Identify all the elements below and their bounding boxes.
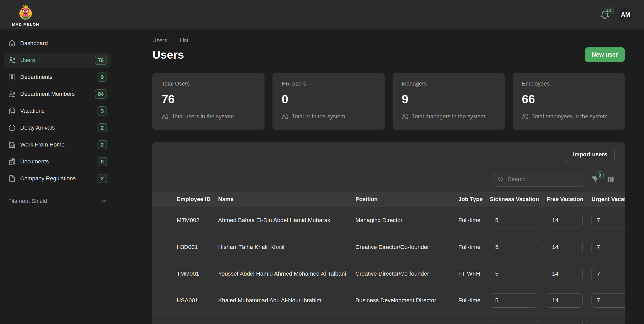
column-header-sickness-vacation: Sickness Vacation [490, 196, 547, 203]
stat-value: 0 [282, 92, 375, 106]
search-box [493, 172, 584, 187]
stat-description: Total users in the system [172, 113, 234, 120]
columns-icon [607, 175, 615, 183]
sickness-vacation-input[interactable] [490, 240, 538, 254]
row-checkbox[interactable] [161, 270, 161, 277]
table-row[interactable]: MTM002Ahmed Bahaa El-Din Abdel Hamid Mub… [152, 207, 625, 234]
sidebar-item-vacations[interactable]: Vacations3 [4, 103, 111, 118]
home-modern-icon [8, 141, 16, 149]
urgent-vacation-input[interactable] [592, 213, 625, 227]
sidebar-item-label: Work From Home [20, 141, 65, 148]
sidebar-item-label: Company Regulations [20, 175, 76, 182]
users-icon [162, 113, 168, 120]
column-header-job-type: Job Type [458, 196, 490, 203]
table-header: Employee IDNamePositionJob TypeSickness … [152, 192, 625, 207]
brand-name: MAD MELON [12, 22, 39, 26]
cell-name: Khaled Muhammad Abu Al-Nour Ibrahim [218, 297, 355, 304]
sidebar-item-label: Departments [20, 74, 52, 80]
user-avatar[interactable]: AM [619, 8, 632, 22]
urgent-vacation-input[interactable] [592, 240, 625, 254]
sickness-vacation-input[interactable] [490, 267, 538, 281]
sidebar-item-company-regulations[interactable]: Company Regulations2 [4, 171, 111, 186]
sidebar-group-label: Filament Shield [8, 198, 47, 204]
users-icon [522, 113, 529, 120]
cell-employee-id: TMG001 [177, 270, 218, 277]
stat-description: Total managers in the system [412, 113, 485, 120]
free-vacation-input[interactable] [547, 293, 583, 308]
row-checkbox[interactable] [161, 244, 161, 250]
column-header-name: Name [218, 196, 355, 203]
sidebar-item-label: Delay Arrivals [20, 124, 55, 131]
sidebar-item-label: Vacations [20, 108, 45, 114]
cell-name: Ahmed Bahaa El-Din Abdel Hamid Mubarak [218, 217, 355, 224]
mad-melon-mascot-icon [16, 3, 35, 22]
clock-icon [8, 124, 16, 132]
new-user-button[interactable]: New user [585, 47, 625, 62]
users-icon [282, 113, 289, 120]
row-checkbox[interactable] [161, 217, 161, 224]
filter-count-badge: 0 [596, 171, 604, 179]
table-row[interactable]: HSA001Khaled Muhammad Abu Al-Nour Ibrahi… [152, 287, 625, 313]
stat-label: Employees [522, 80, 616, 87]
stat-label: HR Users [282, 80, 375, 87]
sidebar-group-filament-shield[interactable]: Filament Shield [8, 198, 107, 204]
breadcrumb-users[interactable]: Users [152, 37, 167, 44]
cell-position: Creative Director/Co-founder [355, 244, 458, 250]
urgent-vacation-input[interactable] [592, 320, 625, 324]
sidebar-item-dashboard[interactable]: Dashboard [4, 36, 111, 51]
table-row[interactable]: MFN001Islam Mohammed Abdel Wahab Mohamme… [152, 313, 625, 324]
table-row[interactable]: H3D001Hisham Talha Khalil KhalilCreative… [152, 234, 625, 260]
import-users-button[interactable]: Import users [566, 147, 615, 162]
breadcrumb-list: List [180, 37, 188, 44]
sickness-vacation-input[interactable] [490, 320, 538, 324]
select-all-checkbox[interactable] [161, 196, 161, 203]
column-header-urgent-vacation: Urgent Vacation [592, 196, 625, 203]
table-row[interactable]: TMG001Youssef Abdel Hamid Ahmed Mohamed … [152, 260, 625, 287]
sidebar-item-label: Documents [20, 158, 49, 165]
users-icon [402, 113, 409, 120]
sickness-vacation-input[interactable] [490, 293, 538, 308]
cell-job-type: FT-WFH [458, 270, 490, 277]
stat-card-hr-users: HR Users0Total hr in the system [272, 73, 385, 130]
stat-label: Managers [402, 80, 495, 87]
urgent-vacation-input[interactable] [592, 267, 625, 281]
chevron-down-icon [101, 198, 107, 204]
cell-job-type: Full-time [458, 217, 490, 224]
count-badge: 2 [98, 174, 107, 183]
cell-employee-id: HSA001 [177, 297, 218, 304]
stat-description: Total hr in the system [292, 113, 345, 120]
stat-card-employees: Employees66Total employees in the system [513, 73, 625, 130]
sickness-vacation-input[interactable] [490, 213, 538, 227]
cell-position: Creative Director/Co-founder [355, 270, 458, 277]
sidebar-item-label: Users [20, 57, 35, 64]
row-checkbox[interactable] [161, 297, 161, 304]
search-input[interactable] [507, 176, 580, 183]
brand-logo: MAD MELON [12, 3, 40, 26]
filter-button[interactable]: 0 [592, 175, 599, 183]
building-icon [8, 73, 16, 81]
sidebar-item-departments[interactable]: Departments9 [4, 70, 111, 85]
free-vacation-input[interactable] [547, 267, 583, 281]
breadcrumb: Users List [152, 37, 625, 44]
sidebar-item-users[interactable]: Users76 [4, 53, 111, 68]
column-header-position: Position [355, 196, 458, 203]
free-vacation-input[interactable] [547, 320, 583, 324]
notifications-button[interactable]: 11 [600, 10, 610, 20]
cell-job-type: Full-time [458, 244, 490, 250]
free-vacation-input[interactable] [547, 213, 583, 227]
sidebar-item-documents[interactable]: Documents0 [4, 154, 111, 169]
cell-position: Business Development Director [355, 297, 458, 304]
toggle-columns-button[interactable] [607, 175, 615, 183]
urgent-vacation-input[interactable] [592, 293, 625, 308]
sidebar-item-work-from-home[interactable]: Work From Home2 [4, 137, 111, 152]
sidebar-item-delay-arrivals[interactable]: Delay Arrivals2 [4, 120, 111, 135]
user-group-icon [8, 90, 16, 98]
free-vacation-input[interactable] [547, 240, 583, 254]
notification-count-badge: 11 [604, 7, 614, 15]
count-badge: 2 [98, 140, 107, 149]
sidebar-item-department-members[interactable]: Department Members84 [4, 87, 111, 101]
cell-name: Hisham Talha Khalil Khalil [218, 244, 355, 250]
count-badge: 0 [98, 157, 107, 166]
home-icon [8, 39, 16, 47]
clipboard-check-icon [8, 158, 16, 165]
